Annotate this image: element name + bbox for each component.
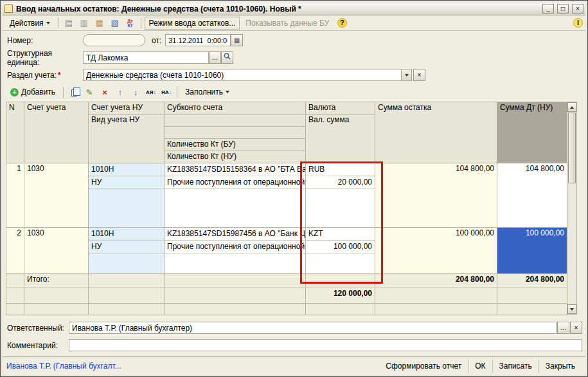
delete-row-button[interactable]: ×	[98, 86, 112, 98]
caret-down-icon	[46, 22, 50, 24]
copy-row-button[interactable]	[67, 86, 81, 98]
subconto2-value: Прочие поступления от операционной ...	[165, 241, 305, 253]
cell-subconto[interactable]: KZ18385147SD15158364 в АО "БТА Ба... Про…	[165, 163, 306, 228]
unit-search-button[interactable]	[221, 51, 233, 64]
empty-cell	[306, 304, 375, 315]
cell-currency[interactable]: RUB 20 000,00	[306, 163, 375, 228]
responsible-clear-button[interactable]: ×	[570, 322, 582, 334]
close-form-button[interactable]: Закрыть	[539, 359, 582, 373]
scroll-up-button[interactable]	[567, 102, 576, 112]
cell-n[interactable]: 2	[6, 228, 24, 274]
comment-label: Комментарий:	[7, 341, 68, 350]
cell-account[interactable]: 1030	[24, 163, 89, 228]
unit-select-button[interactable]: ...	[209, 51, 221, 64]
col-header-subconto[interactable]: Субконто счета	[165, 102, 306, 115]
totals-currency-row: 120 000,00	[6, 288, 567, 304]
section-dropdown-button[interactable]	[401, 69, 411, 80]
move-down-button[interactable]: ↓	[129, 86, 143, 98]
empty-cell	[6, 304, 24, 315]
entry-mode-button[interactable]: Режим ввода остатков...	[145, 17, 240, 30]
cell-balance[interactable]: 100 000,00	[375, 228, 497, 274]
delete-icon: ×	[102, 88, 107, 97]
comment-row: Комментарий:	[7, 339, 582, 351]
reread-button[interactable]: ▤	[62, 17, 76, 30]
cell-account-nu[interactable]: 1010Н НУ	[89, 163, 165, 228]
balances-table: N Счет учета Счет учета НУ Субконто счет…	[6, 102, 567, 315]
empty-cell	[375, 288, 497, 304]
col-header-currency[interactable]: Валюта	[306, 102, 375, 115]
table-row[interactable]: 1 1030 1010Н НУ KZ18385147SD15158364 в А…	[6, 163, 567, 228]
section-combo[interactable]: Денежные средства (счета 1010-1060)	[83, 69, 412, 81]
currency-amount: 20 000,00	[306, 176, 375, 189]
responsible-select-button[interactable]: ...	[557, 322, 569, 334]
toolbar-separator	[177, 87, 177, 98]
post-button[interactable]: ▧	[108, 17, 122, 30]
title-bar: Ввод начальных остатков: Денежные средст…	[3, 3, 585, 15]
account-nu-value: 1010Н	[89, 228, 164, 241]
move-up-button[interactable]: ↑	[113, 86, 127, 98]
magnifier-icon	[224, 53, 231, 60]
col-header-balance[interactable]: Сумма остатка	[375, 102, 497, 163]
unit-input[interactable]	[83, 51, 209, 64]
write-button[interactable]: Записать	[492, 359, 539, 373]
table-row[interactable]: 2 1030 1010Н НУ KZ18385147SD15987456 в А…	[6, 228, 567, 274]
col-header-account[interactable]: Счет учета	[24, 102, 89, 163]
empty-cell	[89, 288, 165, 304]
empty-cell	[497, 288, 567, 304]
arrow-down-icon: ↓	[134, 87, 138, 97]
scrollbar-thumb[interactable]	[568, 113, 576, 183]
load-button[interactable]: ▦	[93, 17, 107, 30]
add-row-button[interactable]: + Добавить	[6, 86, 60, 98]
sort-desc-button[interactable]: ЯА↓	[159, 86, 174, 98]
responsible-label: Ответственный:	[7, 324, 68, 333]
ok-button[interactable]: ОК	[468, 359, 492, 373]
help-button[interactable]: ?	[335, 17, 349, 30]
cell-dt-nu[interactable]: 104 800,00	[497, 163, 567, 228]
calendar-icon: ▦	[234, 37, 240, 44]
fill-menu-button[interactable]: Заполнить	[181, 86, 234, 98]
edit-row-button[interactable]: ✎	[82, 86, 96, 98]
totals-row: Итого: 204 800,00 204 800,00	[6, 274, 567, 288]
copy-document-button[interactable]: ▥	[77, 17, 91, 30]
maximize-button[interactable]: □	[557, 4, 569, 14]
cell-balance[interactable]: 104 800,00	[375, 163, 497, 228]
comment-input[interactable]	[69, 339, 582, 351]
empty-cell	[165, 274, 306, 288]
calendar-button[interactable]: ▦	[231, 34, 243, 46]
section-clear-button[interactable]: ×	[413, 69, 425, 81]
date-input[interactable]	[165, 34, 231, 46]
window-icon	[4, 5, 13, 13]
col-header-dt-nu[interactable]: Сумма Дт (НУ)	[497, 102, 567, 163]
status-bar: Иванова Т.Р. (Главный бухгалт... Сформир…	[3, 356, 585, 374]
dt-kt-button[interactable]: ДтКт	[123, 17, 138, 30]
info-icon[interactable]: i	[573, 18, 583, 28]
cell-currency[interactable]: KZT 100 000,00	[306, 228, 375, 274]
sort-asc-button[interactable]: АЯ↓	[144, 86, 158, 98]
currency-code: KZT	[306, 228, 375, 241]
subheader-qty-bu: Количество Кт (БУ)	[165, 139, 306, 151]
responsible-input[interactable]	[69, 322, 557, 334]
pencil-icon: ✎	[86, 88, 93, 97]
empty-cell	[375, 304, 497, 315]
status-user-link[interactable]: Иванова Т.Р. (Главный бухгалт...	[6, 362, 121, 371]
sort-asc-icon: АЯ	[146, 89, 154, 95]
minimize-button[interactable]: _	[542, 4, 554, 14]
table-toolbar: + Добавить ✎ × ↑ ↓ АЯ↓ ЯА↓ Заполнить	[6, 85, 234, 99]
subheader-empty	[165, 115, 306, 127]
add-icon: +	[10, 88, 19, 97]
generate-report-button[interactable]: Сформировать отчет	[379, 359, 468, 373]
number-input[interactable]	[83, 34, 145, 46]
account-nu-value: 1010Н	[89, 163, 164, 176]
date-label: от:	[152, 36, 161, 45]
scroll-down-button[interactable]	[567, 304, 576, 314]
cell-account[interactable]: 1030	[24, 228, 89, 274]
vertical-scrollbar[interactable]	[567, 102, 577, 315]
col-header-account-nu[interactable]: Счет учета НУ	[89, 102, 165, 115]
cell-dt-nu-selected[interactable]: 100 000,00	[497, 228, 567, 274]
col-header-n[interactable]: N	[6, 102, 24, 163]
cell-n[interactable]: 1	[6, 163, 24, 228]
cell-subconto[interactable]: KZ18385147SD15987456 в АО "Банк Ц... Про…	[165, 228, 306, 274]
actions-menu-button[interactable]: Действия	[5, 17, 55, 30]
close-button[interactable]: ×	[572, 4, 584, 14]
cell-account-nu[interactable]: 1010Н НУ	[89, 228, 165, 274]
